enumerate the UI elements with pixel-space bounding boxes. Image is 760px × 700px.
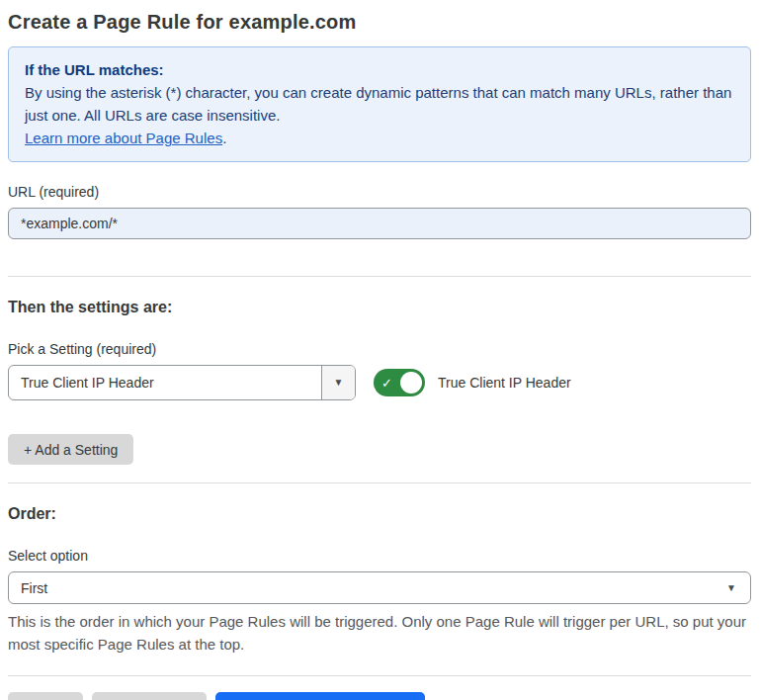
chevron-down-icon: ▼ <box>334 378 344 388</box>
divider <box>8 276 751 277</box>
settings-section-heading: Then the settings are: <box>8 298 751 317</box>
setting-row: True Client IP Header ▼ ✓ True Client IP… <box>8 365 751 400</box>
check-icon: ✓ <box>381 377 392 390</box>
divider <box>8 675 751 676</box>
url-input[interactable] <box>8 208 751 239</box>
page-title: Create a Page Rule for example.com <box>8 10 751 34</box>
order-select[interactable]: First ▼ <box>8 571 751 604</box>
true-client-ip-toggle[interactable]: ✓ <box>374 369 425 396</box>
order-section-heading: Order: <box>8 504 751 524</box>
cancel-button[interactable]: Cancel <box>8 692 83 700</box>
setting-dropdown-arrow-button[interactable]: ▼ <box>321 366 355 399</box>
order-select-label: Select option <box>8 548 751 564</box>
order-helper-text: This is the order in which your Page Rul… <box>8 610 751 656</box>
toggle-label: True Client IP Header <box>438 375 571 391</box>
url-field-label: URL (required) <box>8 184 751 200</box>
save-deploy-button[interactable]: Save and Deploy Page Rule <box>215 692 425 700</box>
order-select-wrap: First ▼ <box>8 571 751 604</box>
footer-actions: Cancel Save as Draft Save and Deploy Pag… <box>8 692 751 700</box>
setting-dropdown[interactable]: True Client IP Header ▼ <box>8 365 356 400</box>
toggle-knob <box>400 372 422 394</box>
url-match-info-box: If the URL matches: By using the asteris… <box>8 46 751 162</box>
order-select-value: First <box>21 580 47 596</box>
info-box-heading: If the URL matches: <box>25 58 734 81</box>
divider <box>8 482 751 483</box>
chevron-down-icon: ▼ <box>726 583 736 593</box>
link-period: . <box>222 130 226 146</box>
info-box-link-line: Learn more about Page Rules. <box>25 127 734 149</box>
setting-dropdown-value: True Client IP Header <box>9 366 321 399</box>
info-box-body: By using the asterisk (*) character, you… <box>25 81 734 127</box>
toggle-wrap: ✓ True Client IP Header <box>374 369 571 396</box>
add-setting-button[interactable]: + Add a Setting <box>8 434 133 465</box>
pick-setting-label: Pick a Setting (required) <box>8 341 751 357</box>
learn-more-link[interactable]: Learn more about Page Rules <box>25 130 222 146</box>
save-draft-button[interactable]: Save as Draft <box>92 692 208 700</box>
